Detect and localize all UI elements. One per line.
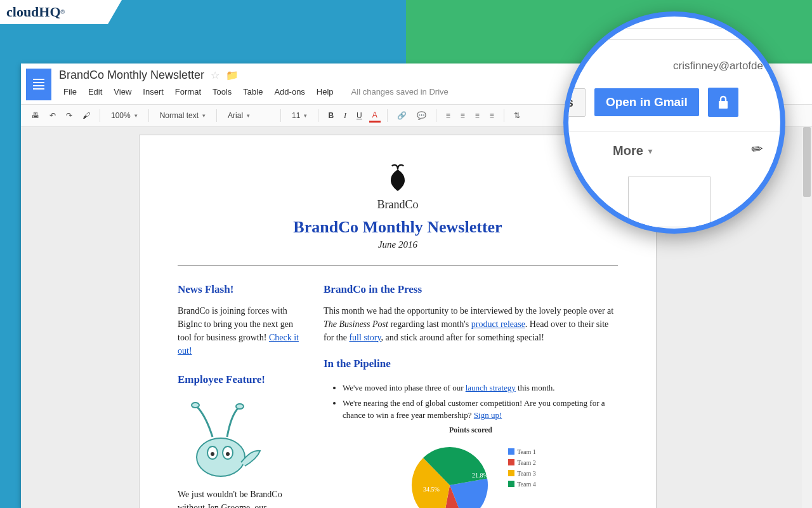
pipeline-item: We're nearing the end of global customer… (343, 397, 618, 422)
news-heading: News Flash! (178, 281, 304, 298)
text-color-icon[interactable]: A (369, 109, 381, 123)
pipeline-list: We've moved into phase three of our laun… (343, 382, 618, 422)
cloudhq-logo-tab: cloudHQ® (0, 0, 108, 24)
svg-point-6 (236, 404, 244, 409)
edit-pencil-icon[interactable]: ✏ (750, 140, 763, 157)
pipeline-heading: In the Pipeline (324, 356, 618, 372)
launch-strategy-link[interactable]: launch strategy (466, 383, 516, 392)
svg-point-3 (211, 452, 214, 456)
align-justify-icon[interactable]: ≡ (487, 109, 497, 122)
menu-tools[interactable]: Tools (208, 86, 236, 98)
menu-view[interactable]: View (109, 86, 136, 98)
divider (178, 265, 618, 266)
legend-item: Team 2 (508, 458, 536, 467)
scrollbar[interactable] (802, 127, 812, 508)
comment-icon[interactable]: 💬 (414, 109, 429, 122)
more-dropdown[interactable]: More (613, 144, 652, 158)
news-body: BrandCo is joining forces with BigInc to… (178, 304, 304, 358)
svg-text:21.8%: 21.8% (472, 472, 488, 479)
document-title[interactable]: BrandCo Monthly Newsletter (59, 69, 204, 82)
page[interactable]: BrandCo BrandCo Monthly Newsletter June … (139, 135, 657, 508)
cloudhq-logo: cloudHQ (6, 4, 61, 20)
link-icon[interactable]: 🔗 (394, 109, 410, 122)
magnifier-callout: crisfinney@artofde ments Open in Gmail M… (563, 11, 785, 234)
bold-icon[interactable]: B (325, 109, 337, 122)
fontsize-dropdown[interactable]: 11 (287, 109, 311, 122)
scrollbar-thumb[interactable] (803, 127, 811, 197)
align-left-icon[interactable]: ≡ (443, 109, 454, 122)
share-lock-button[interactable] (708, 88, 738, 117)
docs-app-icon[interactable] (26, 69, 51, 100)
menu-table[interactable]: Table (239, 86, 267, 98)
employee-body: We just wouldn't be BrandCo without Jen … (178, 488, 304, 508)
save-status: All changes saved in Drive (347, 86, 453, 98)
page-title: BrandCo Monthly Newsletter (178, 218, 618, 237)
lock-icon (717, 95, 730, 109)
line-spacing-icon[interactable]: ⇅ (511, 109, 523, 122)
menu-edit[interactable]: Edit (84, 86, 107, 98)
star-icon[interactable]: ☆ (211, 69, 219, 81)
legend-item: Team 1 (508, 447, 536, 457)
pie-chart: 21.8%34.5% (405, 447, 494, 498)
legend-item: Team 3 (508, 469, 536, 478)
menu-format[interactable]: Format (171, 86, 206, 98)
align-center-icon[interactable]: ≡ (457, 109, 468, 122)
sign-up-link[interactable]: Sign up! (474, 410, 502, 420)
chart-legend: Team 1Team 2Team 3Team 4 (508, 447, 536, 490)
full-story-link[interactable]: full story (349, 333, 381, 342)
menu-help[interactable]: Help (312, 86, 338, 98)
svg-rect-9 (719, 101, 728, 109)
style-dropdown[interactable]: Normal text (155, 109, 210, 122)
chart: Points scored 21.8%34.5% Team 1Team 2Tea… (324, 424, 618, 498)
print-icon[interactable]: 🖶 (29, 109, 43, 122)
font-dropdown[interactable]: Arial (223, 109, 274, 122)
folder-icon[interactable]: 📁 (226, 69, 239, 81)
account-email[interactable]: crisfinney@artofde (673, 60, 769, 72)
svg-text:34.5%: 34.5% (423, 486, 440, 493)
blank-panel (628, 177, 710, 227)
svg-point-0 (197, 438, 245, 476)
legend-item: Team 4 (508, 479, 536, 489)
svg-point-5 (192, 403, 199, 408)
paint-format-icon[interactable]: 🖌 (79, 109, 93, 122)
zoom-dropdown[interactable]: 100% (107, 109, 142, 122)
menu-bar: File Edit View Insert Format Tools Table… (59, 86, 453, 98)
undo-icon[interactable]: ↶ (46, 109, 59, 122)
employee-image (178, 399, 270, 481)
brandco-name: BrandCo (178, 198, 618, 211)
employee-heading: Employee Feature! (178, 371, 304, 388)
press-heading: BrandCo in the Press (324, 281, 618, 298)
align-right-icon[interactable]: ≡ (472, 109, 483, 122)
product-release-link[interactable]: product release (471, 319, 525, 329)
menu-addons[interactable]: Add-ons (270, 86, 309, 98)
open-in-gmail-button[interactable]: Open in Gmail (594, 88, 699, 116)
pipeline-item: We've moved into phase three of our laun… (343, 382, 618, 394)
brandco-logo-icon (379, 161, 417, 196)
menu-file[interactable]: File (59, 86, 81, 98)
underline-icon[interactable]: U (353, 109, 365, 122)
menu-insert[interactable]: Insert (138, 86, 168, 98)
chart-title: Points scored (324, 424, 618, 436)
press-body: This month we had the opportunity to be … (324, 304, 618, 344)
svg-point-4 (226, 452, 230, 456)
redo-icon[interactable]: ↷ (63, 109, 75, 122)
page-date: June 2016 (178, 239, 618, 250)
italic-icon[interactable]: I (341, 109, 350, 123)
